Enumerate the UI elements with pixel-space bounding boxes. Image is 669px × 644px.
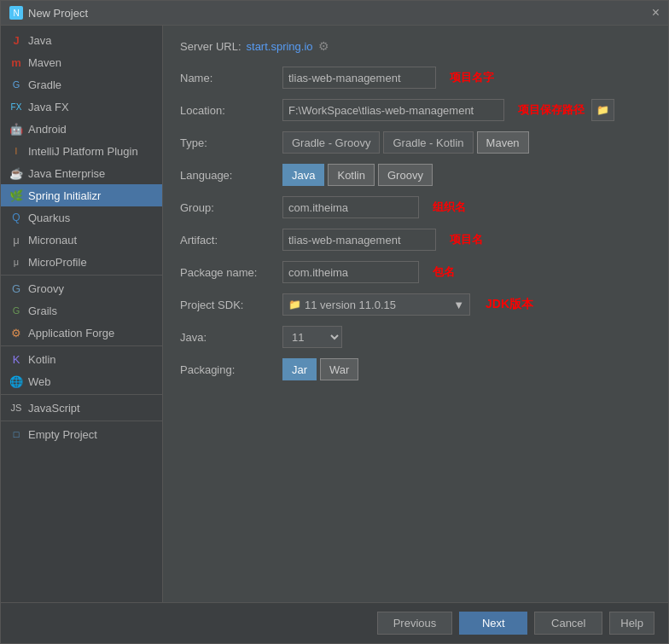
type-gradle-kotlin-button[interactable]: Gradle - Kotlin: [383, 131, 473, 154]
sidebar-item-appforge[interactable]: ⚙ Application Forge: [1, 322, 162, 344]
sidebar-label-javafx: Java FX: [28, 101, 69, 113]
sidebar-item-android[interactable]: 🤖 Android: [1, 118, 162, 140]
sidebar-label-groovy: Groovy: [28, 282, 64, 295]
intellij-icon: I: [9, 144, 23, 158]
location-label: Location:: [180, 104, 282, 117]
dialog-icon: N: [9, 6, 23, 20]
location-annotation: 项目保存路径: [518, 102, 585, 118]
sidebar-label-kotlin: Kotlin: [28, 353, 56, 366]
quarkus-icon: Q: [9, 211, 23, 224]
sidebar-label-appforge: Application Forge: [28, 327, 114, 339]
group-input[interactable]: [282, 196, 419, 218]
maven-icon: m: [9, 55, 23, 69]
android-icon: 🤖: [9, 122, 23, 136]
sidebar-label-enterprise: Java Enterprise: [28, 167, 105, 180]
javascript-icon: JS: [9, 401, 23, 415]
sidebar-item-empty[interactable]: □ Empty Project: [1, 423, 162, 445]
sidebar-label-quarkus: Quarkus: [28, 212, 70, 224]
name-row: Name: 项目名字: [180, 67, 651, 89]
language-java-button[interactable]: Java: [282, 164, 324, 186]
type-gradle-groovy-button[interactable]: Gradle - Groovy: [282, 131, 380, 154]
sidebar-item-gradle[interactable]: G Gradle: [1, 73, 162, 96]
type-label: Type:: [180, 136, 282, 149]
location-input[interactable]: [282, 99, 504, 121]
sidebar-item-javafx[interactable]: FX Java FX: [1, 96, 162, 118]
artifact-input[interactable]: [282, 229, 436, 251]
name-input[interactable]: [282, 67, 436, 89]
sdk-row: Project SDK: 📁 11 version 11.0.15 ▼ JDK版…: [180, 293, 651, 316]
package-annotation: 包名: [433, 264, 455, 280]
package-row: Package name: 包名: [180, 261, 651, 283]
packaging-war-button[interactable]: War: [320, 358, 358, 380]
sdk-value: 11 version 11.0.15: [305, 299, 396, 311]
location-row: Location: 项目保存路径 📁: [180, 99, 651, 121]
dialog-body: J Java m Maven G Gradle FX Java FX 🤖 And…: [1, 26, 668, 602]
help-button[interactable]: Help: [609, 612, 654, 635]
gear-icon[interactable]: ⚙: [318, 39, 329, 53]
packaging-controls: Jar War: [282, 358, 651, 380]
artifact-row: Artifact: 项目名: [180, 229, 651, 251]
packaging-row: Packaging: Jar War: [180, 358, 651, 380]
sidebar-item-enterprise[interactable]: ☕ Java Enterprise: [1, 162, 162, 184]
sidebar-item-microprofile[interactable]: μ MicroProfile: [1, 251, 162, 273]
server-url-label: Server URL:: [180, 40, 241, 53]
language-kotlin-button[interactable]: Kotlin: [328, 164, 375, 186]
previous-button[interactable]: Previous: [377, 612, 453, 635]
java-icon: J: [9, 33, 23, 47]
language-label: Language:: [180, 169, 282, 182]
java-select[interactable]: 11 8 17: [282, 326, 342, 348]
sidebar-label-javascript: JavaScript: [28, 402, 80, 415]
content-area: Server URL: start.spring.io ⚙ Name: 项目名字…: [163, 26, 668, 602]
next-button[interactable]: Next: [459, 612, 527, 635]
sidebar-item-maven[interactable]: m Maven: [1, 51, 162, 73]
sidebar-label-web: Web: [28, 375, 51, 388]
package-input[interactable]: [282, 261, 419, 283]
group-annotation: 组织名: [433, 200, 466, 215]
sdk-select[interactable]: 📁 11 version 11.0.15 ▼: [282, 293, 470, 316]
server-url-link[interactable]: start.spring.io: [247, 40, 313, 53]
sidebar-item-java[interactable]: J Java: [1, 29, 162, 51]
artifact-controls: 项目名: [282, 229, 651, 251]
close-button[interactable]: ×: [652, 6, 660, 20]
enterprise-icon: ☕: [9, 166, 23, 180]
sidebar-item-spring[interactable]: 🌿 Spring Initializr: [1, 184, 162, 206]
sidebar-item-web[interactable]: 🌐 Web: [1, 370, 162, 392]
dialog-title: New Project: [28, 7, 88, 20]
javafx-icon: FX: [9, 100, 23, 113]
sidebar-label-microprofile: MicroProfile: [28, 256, 87, 269]
spring-icon: 🌿: [9, 189, 23, 202]
group-controls: 组织名: [282, 196, 651, 218]
type-row: Type: Gradle - Groovy Gradle - Kotlin Ma…: [180, 131, 651, 154]
sdk-chevron-icon: ▼: [453, 299, 464, 311]
micronaut-icon: μ: [9, 233, 23, 247]
sidebar-label-maven: Maven: [28, 56, 61, 69]
group-row: Group: 组织名: [180, 196, 651, 218]
name-label: Name:: [180, 72, 282, 84]
sdk-label: Project SDK:: [180, 299, 282, 311]
package-label: Package name:: [180, 266, 282, 279]
java-label: Java:: [180, 331, 282, 344]
sidebar-item-javascript[interactable]: JS JavaScript: [1, 397, 162, 419]
sidebar-label-android: Android: [28, 123, 67, 136]
sidebar-item-grails[interactable]: G Grails: [1, 299, 162, 322]
packaging-jar-button[interactable]: Jar: [282, 358, 317, 380]
sidebar-item-quarkus[interactable]: Q Quarkus: [1, 206, 162, 229]
type-maven-button[interactable]: Maven: [477, 131, 529, 154]
sidebar-label-intellij: IntelliJ Platform Plugin: [28, 145, 138, 158]
sidebar-item-micronaut[interactable]: μ Micronaut: [1, 229, 162, 251]
sidebar-item-intellij[interactable]: I IntelliJ Platform Plugin: [1, 140, 162, 162]
gradle-icon: G: [9, 78, 23, 91]
kotlin-icon: K: [9, 352, 23, 366]
location-browse-button[interactable]: 📁: [591, 99, 614, 121]
java-controls: 11 8 17: [282, 326, 651, 348]
language-groovy-button[interactable]: Groovy: [378, 164, 433, 186]
sidebar-label-spring: Spring Initializr: [28, 189, 101, 202]
title-bar-left: N New Project: [9, 6, 88, 20]
web-icon: 🌐: [9, 374, 23, 388]
sidebar-item-groovy[interactable]: G Groovy: [1, 277, 162, 299]
sidebar-label-micronaut: Micronaut: [28, 234, 77, 247]
cancel-button[interactable]: Cancel: [534, 612, 602, 635]
sdk-annotation: JDK版本: [486, 297, 533, 312]
sidebar-item-kotlin[interactable]: K Kotlin: [1, 348, 162, 370]
sidebar-label-gradle: Gradle: [28, 78, 61, 91]
